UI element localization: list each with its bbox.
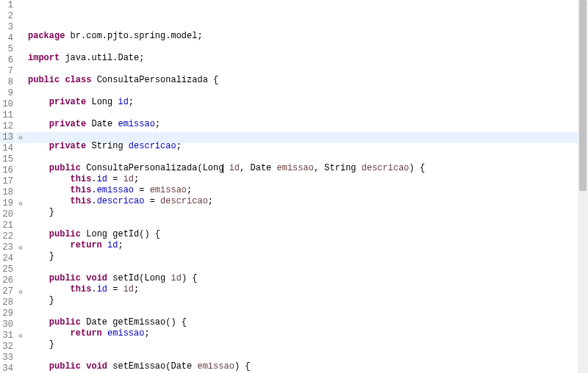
code-token: return	[71, 328, 102, 338]
fold-spacer	[16, 264, 25, 275]
fold-toggle-icon[interactable]: ⊖	[16, 242, 25, 253]
code-token: .	[91, 174, 96, 184]
code-line[interactable]	[25, 108, 588, 119]
code-line[interactable]: public ConsultaPersonalizada(Long id, Da…	[25, 163, 588, 174]
fold-spacer	[16, 253, 25, 264]
line-number: 22	[0, 231, 15, 242]
code-line[interactable]: }	[25, 251, 588, 262]
line-number: 5	[0, 44, 15, 55]
code-token	[28, 119, 49, 129]
line-number: 24	[0, 253, 15, 264]
code-line[interactable]: public void setEmissao(Date emissao) {	[25, 361, 588, 372]
code-editor[interactable]: 1234567891011121314151617181920212223242…	[0, 0, 588, 373]
code-line[interactable]: return emissao;	[25, 328, 588, 339]
line-number: 10	[0, 99, 15, 110]
code-token: Long getId() {	[81, 229, 160, 239]
code-line[interactable]	[25, 262, 588, 273]
fold-toggle-icon[interactable]: ⊖	[16, 330, 25, 341]
code-line[interactable]	[25, 218, 588, 229]
code-line[interactable]: }	[25, 339, 588, 350]
line-number: 30	[0, 319, 15, 330]
code-line[interactable]	[25, 306, 588, 317]
code-token: ;	[187, 185, 192, 195]
code-token	[28, 174, 71, 184]
line-number: 7	[0, 66, 15, 77]
code-line[interactable]: private Date emissao;	[25, 119, 588, 130]
code-token: ;	[208, 196, 213, 206]
code-line[interactable]: this.descricao = descricao;	[25, 196, 588, 207]
code-line[interactable]: }	[25, 295, 588, 306]
fold-spacer	[16, 55, 25, 66]
fold-toggle-icon[interactable]: ⊖	[16, 286, 25, 297]
code-token: ;	[134, 174, 139, 184]
code-line[interactable]	[25, 130, 588, 141]
line-number: 1	[0, 0, 15, 11]
code-line[interactable]	[25, 152, 588, 163]
code-line[interactable]: package br.com.pjto.spring.model;	[25, 31, 588, 42]
code-token	[28, 229, 49, 239]
line-number: 27	[0, 286, 15, 297]
code-token: ) {	[234, 361, 251, 372]
code-token: .	[91, 284, 96, 294]
code-token: }	[28, 339, 54, 350]
code-token	[28, 141, 49, 151]
line-number: 26	[0, 275, 15, 286]
line-number: 23	[0, 242, 15, 253]
code-token	[102, 240, 107, 250]
line-number: 18	[0, 187, 15, 198]
code-line[interactable]	[25, 86, 588, 97]
code-text-area[interactable]: package br.com.pjto.spring.model;import …	[25, 0, 588, 373]
code-line[interactable]: public Long getId() {	[25, 229, 588, 240]
code-line[interactable]: }	[25, 207, 588, 218]
code-line[interactable]: this.emissao = emissao;	[25, 185, 588, 196]
fold-spacer	[16, 220, 25, 231]
code-token: =	[134, 185, 150, 195]
code-token	[28, 317, 49, 327]
code-token: .	[91, 185, 96, 195]
code-line[interactable]: public Date getEmissao() {	[25, 317, 588, 328]
code-token: ;	[129, 97, 134, 107]
code-token: Date getEmissao() {	[81, 317, 187, 327]
code-token: void	[86, 361, 107, 372]
code-line[interactable]: this.id = id;	[25, 284, 588, 295]
fold-spacer	[16, 363, 25, 373]
code-token	[28, 196, 71, 206]
code-line[interactable]	[25, 64, 588, 75]
code-line[interactable]: private String descricao;	[25, 141, 588, 152]
line-number: 31	[0, 330, 15, 341]
code-line[interactable]: public class ConsultaPersonalizada {	[25, 75, 588, 86]
code-line[interactable]: public void setId(Long id) {	[25, 273, 588, 284]
line-number: 16	[0, 165, 15, 176]
fold-spacer	[16, 297, 25, 308]
line-number: 29	[0, 308, 15, 319]
code-token: descricao	[97, 196, 145, 206]
code-token: String	[86, 141, 129, 151]
code-token: descricao	[129, 141, 176, 151]
code-token: descricao	[160, 196, 208, 206]
code-token: emissao	[107, 328, 144, 338]
code-token: setId(Long	[107, 273, 171, 283]
line-number: 32	[0, 341, 15, 352]
code-token: id	[97, 174, 107, 184]
code-token: private	[49, 141, 86, 151]
code-token: Date	[86, 119, 118, 129]
code-token: private	[49, 119, 86, 129]
code-token: setEmissao(Date	[107, 361, 197, 372]
code-token: public	[49, 317, 81, 327]
code-token: id	[97, 284, 107, 294]
fold-toggle-icon[interactable]: ⊖	[16, 198, 25, 209]
code-token: void	[86, 273, 107, 283]
fold-spacer	[16, 77, 25, 88]
code-line[interactable]: this.id = id;	[25, 174, 588, 185]
fold-toggle-icon[interactable]: ⊖	[16, 132, 25, 143]
code-line[interactable]: import java.util.Date;	[25, 53, 588, 64]
line-number: 19	[0, 198, 15, 209]
code-line[interactable]: return id;	[25, 240, 588, 251]
code-token	[28, 284, 71, 294]
code-line[interactable]	[25, 350, 588, 361]
code-line[interactable]	[25, 42, 588, 53]
code-token	[102, 328, 107, 338]
code-line[interactable]: private Long id;	[25, 97, 588, 108]
code-token: public	[49, 361, 81, 372]
code-token: id	[107, 240, 118, 250]
